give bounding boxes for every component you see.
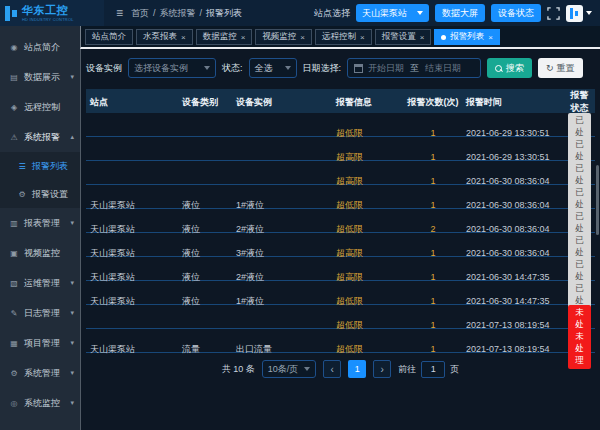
scrollbar-thumb[interactable] <box>596 165 599 235</box>
sidebar-item-log-mgmt[interactable]: ✎ 日志管理 ▾ <box>0 298 80 328</box>
close-icon[interactable]: × <box>420 33 425 42</box>
tab-label: 视频监控 <box>262 31 296 43</box>
cell-time: 2021-06-30 08:36:04 <box>466 248 568 258</box>
cell-time: 2021-06-29 13:30:51 <box>466 152 568 162</box>
tab-remote-control[interactable]: 远程控制 × <box>315 29 372 45</box>
cell-station: 天山渠泵站 <box>90 271 182 284</box>
close-icon[interactable]: × <box>300 33 305 42</box>
search-button[interactable]: 搜索 <box>487 58 532 78</box>
user-menu[interactable] <box>566 5 592 22</box>
sidebar: ◉ 站点简介 ▤ 数据展示 ▾ ◈ 远程控制 ⚠ 系统报警 ▴ ☰ 报警列表 ⚙… <box>0 26 80 430</box>
list-icon: ☰ <box>17 162 27 171</box>
per-page-value: 10条/页 <box>268 363 299 376</box>
sidebar-item-system-monitor[interactable]: ◎ 系统监控 ▾ <box>0 388 80 418</box>
cell-instance: 1#液位 <box>236 295 336 308</box>
table-row: 超高限 1 2021-06-29 13:30:51 已处理 <box>86 137 595 161</box>
cell-count: 1 <box>400 272 466 282</box>
tab-data-monitor[interactable]: 数据监控 × <box>196 29 253 45</box>
table-row: 超低限 1 2021-07-13 08:19:54 未处理 <box>86 305 595 329</box>
col-status: 报警状态 <box>568 89 591 115</box>
tab-alarm-settings[interactable]: 报警设置 × <box>375 29 432 45</box>
col-station: 站点 <box>90 96 182 109</box>
close-icon[interactable]: × <box>241 33 246 42</box>
cell-count: 1 <box>400 248 466 258</box>
table-header-row: 站点 设备类别 设备实例 报警信息 报警次数(次) 报警时间 报警状态 <box>86 89 595 113</box>
cell-category: 液位 <box>182 295 236 308</box>
sidebar-item-site-intro[interactable]: ◉ 站点简介 <box>0 32 80 62</box>
date-to-label: 至 <box>410 62 419 75</box>
tab-video-monitor[interactable]: 视频监控 × <box>255 29 312 45</box>
date-range-input[interactable]: 开始日期 至 结束日期 <box>347 58 481 78</box>
next-page-button[interactable]: › <box>373 360 391 378</box>
chevron-down-icon <box>586 11 592 15</box>
cell-info: 超低限 <box>336 199 400 212</box>
close-icon[interactable]: × <box>360 33 365 42</box>
avatar <box>566 5 583 22</box>
sidebar-item-label: 系统管理 <box>24 367 60 380</box>
sidebar-item-alarm-settings[interactable]: ⚙ 报警设置 <box>0 180 80 208</box>
page-number-current[interactable]: 1 <box>348 360 366 378</box>
data-screen-button[interactable]: 数据大屏 <box>435 4 485 22</box>
sidebar-item-alarm-list[interactable]: ☰ 报警列表 <box>0 152 80 180</box>
cell-instance: 2#液位 <box>236 223 336 236</box>
site-select-dropdown[interactable]: 天山渠泵站 <box>356 4 429 22</box>
alarm-icon: ⚠ <box>9 133 19 142</box>
device-status-button[interactable]: 设备状态 <box>491 4 541 22</box>
sidebar-item-label: 远程控制 <box>24 101 60 114</box>
sidebar-item-label: 系统监控 <box>24 397 60 410</box>
fullscreen-icon[interactable] <box>547 7 560 20</box>
close-icon[interactable]: × <box>488 33 493 42</box>
cell-station: 天山渠泵站 <box>90 247 182 260</box>
per-page-select[interactable]: 10条/页 <box>262 360 317 378</box>
table-row: 天山渠泵站 液位 3#液位 超高限 1 2021-06-30 08:36:04 … <box>86 233 595 257</box>
reset-button[interactable]: ↻ 重置 <box>538 58 583 78</box>
cell-count: 2 <box>400 224 466 234</box>
sidebar-item-system-alarm[interactable]: ⚠ 系统报警 ▴ <box>0 122 80 152</box>
sidebar-item-label: 站点简介 <box>24 41 60 54</box>
search-icon <box>495 65 502 72</box>
chevron-down-icon: ▾ <box>70 73 74 81</box>
site-icon: ◉ <box>9 43 19 52</box>
breadcrumb-level1[interactable]: 系统报警 <box>160 7 196 20</box>
cell-info: 超低限 <box>336 223 400 236</box>
sidebar-item-report-mgmt[interactable]: ▥ 报表管理 ▾ <box>0 208 80 238</box>
chevron-down-icon <box>204 66 210 70</box>
sidebar-item-label: 视频监控 <box>24 247 60 260</box>
tab-label: 水泵报表 <box>143 31 177 43</box>
gear-icon: ⚙ <box>9 369 19 378</box>
tab-label: 站点简介 <box>92 31 126 43</box>
breadcrumb-home[interactable]: 首页 <box>131 7 149 20</box>
tab-pump-report[interactable]: 水泵报表 × <box>136 29 193 45</box>
tab-alarm-list[interactable]: 报警列表 × <box>434 29 500 45</box>
col-time: 报警时间 <box>466 96 568 109</box>
status-select[interactable]: 全选 <box>249 58 297 78</box>
site-select-label: 站点选择 <box>314 7 350 20</box>
sidebar-item-ops-mgmt[interactable]: ▧ 运维管理 ▾ <box>0 268 80 298</box>
sidebar-item-project-mgmt[interactable]: ▦ 项目管理 ▾ <box>0 328 80 358</box>
sidebar-item-data-display[interactable]: ▤ 数据展示 ▾ <box>0 62 80 92</box>
cell-count: 1 <box>400 128 466 138</box>
close-icon[interactable]: × <box>181 33 186 42</box>
cell-category: 液位 <box>182 247 236 260</box>
chevron-up-icon: ▴ <box>70 133 74 141</box>
prev-page-button[interactable]: ‹ <box>323 360 341 378</box>
cell-info: 超低限 <box>336 319 400 332</box>
sidebar-item-label: 运维管理 <box>24 277 60 290</box>
device-instance-select[interactable]: 选择设备实例 <box>128 58 216 78</box>
goto-label: 前往 <box>398 363 416 376</box>
start-date-placeholder: 开始日期 <box>368 62 404 75</box>
sidebar-item-remote-control[interactable]: ◈ 远程控制 <box>0 92 80 122</box>
col-count: 报警次数(次) <box>400 96 466 109</box>
chevron-down-icon: ▾ <box>70 369 74 377</box>
gear-icon: ⚙ <box>17 190 27 199</box>
sidebar-item-system-mgmt[interactable]: ⚙ 系统管理 ▾ <box>0 358 80 388</box>
sidebar-item-label: 日志管理 <box>24 307 60 320</box>
tab-site-intro[interactable]: 站点简介 <box>85 29 133 45</box>
goto-page-input[interactable] <box>421 361 445 378</box>
hamburger-menu-icon[interactable]: ≡ <box>116 6 123 20</box>
table-row: 天山渠泵站 液位 2#液位 超低限 2 2021-06-30 08:36:04 … <box>86 209 595 233</box>
pagination: 共 10 条 10条/页 ‹ 1 › 前往 页 <box>86 353 595 385</box>
cell-count: 1 <box>400 344 466 354</box>
sidebar-item-video-monitor[interactable]: ▣ 视频监控 <box>0 238 80 268</box>
status-badge[interactable]: 未处理 <box>568 329 591 369</box>
